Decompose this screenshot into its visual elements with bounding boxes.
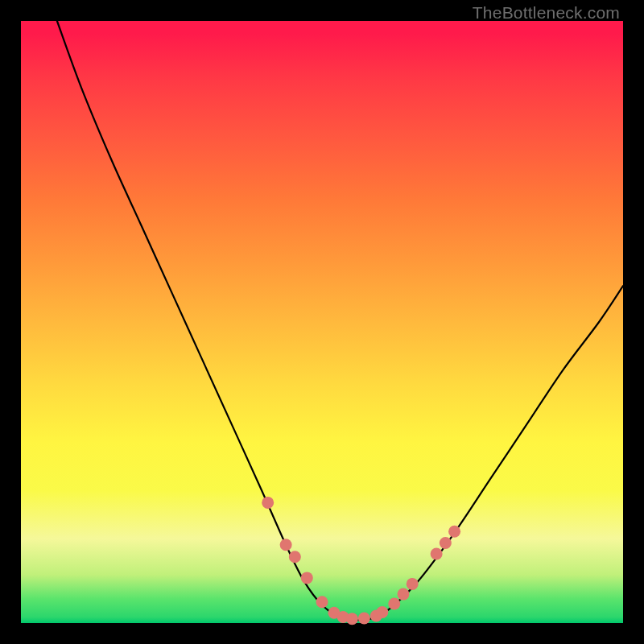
highlight-dot [280,539,292,551]
highlight-dot [407,578,419,590]
highlight-dot [440,537,452,549]
highlight-dot [431,547,443,559]
highlight-dot [358,613,370,625]
highlight-dot [448,526,460,538]
highlight-dot [346,613,358,625]
bottleneck-curve [57,21,623,620]
highlight-dot [316,596,328,608]
highlight-dot [376,606,388,618]
highlight-dots [262,497,460,625]
watermark-text: TheBottleneck.com [473,3,620,23]
highlight-dot [262,497,274,509]
chart-svg [21,21,623,623]
highlight-dot [289,551,301,563]
highlight-dot [388,598,400,610]
highlight-dot [397,588,409,601]
highlight-dot [301,572,313,584]
